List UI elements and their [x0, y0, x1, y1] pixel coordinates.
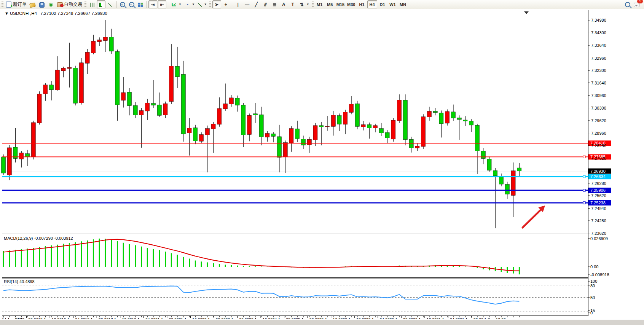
horizontal-line-button[interactable]: — — [243, 0, 252, 8]
candlestick-icon — [99, 2, 104, 7]
price-tick-label: 7.25620 — [591, 193, 606, 198]
bar-chart-button[interactable] — [88, 0, 96, 8]
toolbar-grip[interactable] — [2, 2, 3, 8]
line-chart-button[interactable] — [106, 0, 115, 8]
price-tick-label: 7.34980 — [591, 18, 606, 22]
toolbar-grip[interactable] — [209, 2, 211, 8]
chart-shift-marker[interactable] — [524, 11, 529, 14]
zoom-out-button[interactable]: − — [127, 0, 136, 8]
price-tick-label: 7.34300 — [591, 30, 606, 35]
candle-body-bull — [205, 129, 209, 135]
price-axis[interactable]: 7.349807.343007.336407.329607.323007.316… — [588, 18, 609, 315]
zoom-in-icon: + — [120, 2, 125, 7]
macd-histogram-bar — [459, 266, 460, 267]
trendline-button[interactable]: ╱ — [252, 0, 261, 8]
candle-body-bull — [511, 171, 515, 196]
candle-body-bear — [181, 74, 185, 134]
price-tick-label: 7.24280 — [591, 218, 606, 223]
account-button[interactable] — [37, 0, 46, 8]
candle-body-bear — [463, 120, 467, 121]
vertical-line-button[interactable]: | — [234, 0, 242, 8]
auto-scroll-button[interactable]: ⇥ — [148, 0, 157, 8]
indicators-button[interactable]: 📈︎▼ — [170, 0, 183, 8]
price-tick-label: 7.30300 — [591, 106, 606, 110]
tile-windows-button[interactable] — [136, 0, 145, 8]
text-button[interactable]: A — [279, 0, 288, 8]
periods-button[interactable]: ◔▼ — [183, 0, 196, 8]
bar-chart-icon — [90, 3, 94, 7]
timeframe-button-mn[interactable]: MN — [398, 0, 408, 8]
toolbar-grip[interactable] — [312, 2, 314, 8]
timeframe-button-m5[interactable]: M5 — [325, 0, 335, 8]
candle-body-bear — [355, 104, 359, 127]
new-order-button[interactable]: 新订单 — [5, 0, 28, 8]
trend-arrow[interactable] — [523, 210, 541, 228]
candle-body-bull — [55, 70, 59, 90]
chart-annotations — [523, 11, 545, 228]
timeframe-button-h4[interactable]: H4 — [367, 0, 377, 8]
candle-body-bear — [271, 134, 276, 137]
timeframe-button-m30[interactable]: M30 — [346, 0, 356, 8]
indicator-tick-label: 0.00 — [590, 264, 598, 269]
gold-button[interactable] — [28, 0, 37, 8]
candlestick-chart-button[interactable] — [97, 0, 105, 8]
symbol-dropdown-arrow[interactable]: ▼ — [5, 11, 9, 16]
price-line-badge-label: 7.26930 — [590, 169, 606, 174]
price-tick-label: 7.32300 — [591, 68, 606, 73]
chart-shift-button[interactable]: ⇤ — [158, 0, 166, 8]
timeframe-button-h1[interactable]: H1 — [357, 0, 367, 8]
line-handle[interactable] — [583, 202, 585, 204]
candle-body-bull — [217, 108, 222, 124]
trendline-icon: ╱ — [253, 2, 259, 8]
candle-body-bull — [187, 128, 191, 133]
channel-button[interactable]: ⫻ — [261, 0, 270, 8]
autotrade-button[interactable]: 自动交易 — [56, 0, 83, 8]
indicator-tick-label: 0 — [590, 311, 593, 315]
ohlc-readout: 7.27102 7.27348 7.26667 7.26930 — [40, 11, 107, 16]
macd-histogram-bar — [141, 247, 142, 267]
arrows-tool-button[interactable]: ⇅▼ — [298, 0, 311, 8]
candle-body-bull — [427, 111, 431, 117]
price-tick-label: 7.33640 — [591, 43, 606, 48]
chart-canvas[interactable]: 7.284187.276857.269307.266347.259067.252… — [0, 9, 644, 322]
candle-body-bull — [421, 117, 426, 147]
candle-body-bull — [247, 115, 252, 134]
crosshair-button[interactable]: + — [222, 0, 230, 8]
candle-body-bear — [109, 37, 113, 51]
templates-icon — [198, 3, 202, 7]
macd-histogram-bar — [507, 267, 508, 273]
timeframe-button-w1[interactable]: W1 — [388, 0, 398, 8]
candle-body-bear — [133, 105, 137, 115]
periods-icon: ◔ — [184, 2, 190, 8]
macd-histogram-bar — [159, 250, 160, 267]
macd-label: MACD(12,26,9) -0.007290 -0.003912 — [4, 236, 73, 241]
notification-badge: 1 — [637, 0, 643, 3]
macd-pane — [3, 239, 520, 274]
cursor-button[interactable]: ➤ — [212, 0, 221, 8]
line-handle[interactable] — [583, 156, 585, 158]
text-label-button[interactable]: T — [289, 0, 297, 8]
autotrade-icon — [57, 2, 63, 7]
timeframe-button-m1[interactable]: M1 — [315, 0, 325, 8]
candle-body-bear — [469, 121, 473, 125]
price-tick-label: 7.30960 — [591, 93, 606, 98]
search-button[interactable] — [623, 0, 632, 8]
fibonacci-button[interactable]: ≣ — [270, 0, 279, 8]
line-handle[interactable] — [583, 175, 585, 178]
timeframe-button-m15[interactable]: M15 — [335, 0, 346, 8]
channel-icon: ⫻ — [262, 2, 268, 8]
timeframe-button-d1[interactable]: D1 — [378, 0, 387, 8]
toolbar-grip[interactable] — [84, 2, 86, 8]
macd-histogram-bar — [93, 239, 94, 267]
zoom-in-button[interactable]: + — [118, 0, 127, 8]
templates-button[interactable]: ▼ — [196, 0, 208, 8]
candle-body-bull — [313, 126, 317, 140]
signal-button[interactable]: ◉ — [46, 0, 55, 8]
line-handle[interactable] — [583, 189, 585, 191]
rsi-line — [3, 286, 519, 304]
candle-body-bull — [139, 110, 143, 115]
notifications-button[interactable]: 1 — [632, 0, 641, 8]
candle-body-bear — [439, 113, 443, 124]
candle-body-bear — [175, 66, 180, 77]
autotrade-label: 自动交易 — [64, 1, 82, 8]
